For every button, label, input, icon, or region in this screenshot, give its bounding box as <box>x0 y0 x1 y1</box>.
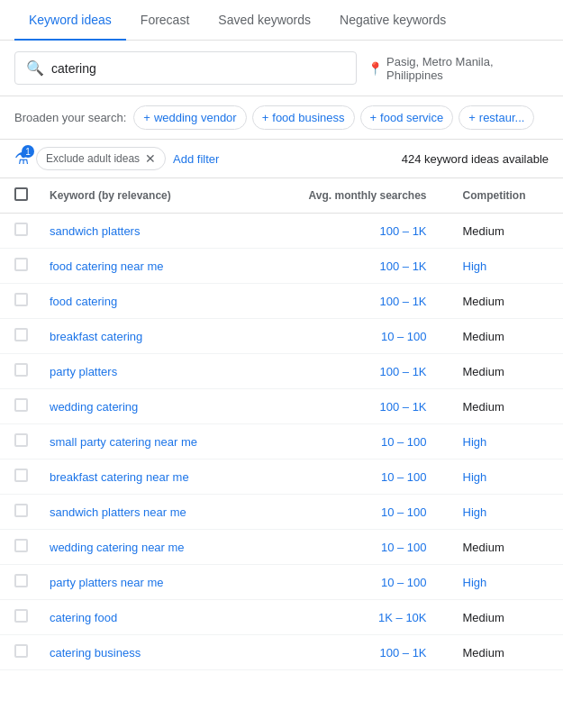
row-checkbox[interactable] <box>14 293 28 306</box>
row-competition: High <box>449 460 563 495</box>
row-checkbox-cell <box>0 249 35 284</box>
row-checkbox[interactable] <box>14 469 28 482</box>
keyword-link[interactable]: party platters near me <box>50 576 163 589</box>
keyword-link[interactable]: catering business <box>50 646 141 660</box>
keyword-link[interactable]: party platters <box>50 365 117 378</box>
tab-forecast[interactable]: Forecast <box>126 0 204 40</box>
row-keyword: food catering near me <box>35 249 256 284</box>
header-competition: Competition <box>449 178 563 214</box>
exclude-x-icon[interactable]: ✕ <box>145 151 156 166</box>
keyword-link[interactable]: sandwich platters <box>50 224 140 238</box>
row-checkbox-cell <box>0 565 35 600</box>
keyword-link[interactable]: breakfast catering <box>50 330 142 343</box>
row-checkbox[interactable] <box>14 398 28 412</box>
keyword-table: Keyword (by relevance) Avg. monthly sear… <box>0 178 563 670</box>
broaden-chips: + wedding vendor + food business + food … <box>133 105 534 130</box>
tab-saved-keywords[interactable]: Saved keywords <box>204 0 325 40</box>
row-competition: Medium <box>449 635 563 670</box>
row-checkbox-cell <box>0 635 35 670</box>
search-input-wrap[interactable]: 🔍 <box>14 51 357 85</box>
row-keyword: catering business <box>35 635 256 670</box>
row-keyword: catering food <box>35 600 256 635</box>
row-avg: 10 – 100 <box>256 530 449 565</box>
chip-wedding-vendor[interactable]: + wedding vendor <box>133 105 246 130</box>
row-checkbox[interactable] <box>14 223 28 236</box>
row-avg: 10 – 100 <box>256 460 449 495</box>
row-competition: High <box>449 424 563 460</box>
row-keyword: sandwich platters <box>35 214 256 249</box>
row-avg: 100 – 1K <box>256 354 449 389</box>
keyword-link[interactable]: food catering <box>50 295 117 308</box>
add-filter-button[interactable]: Add filter <box>173 152 219 166</box>
row-avg: 10 – 100 <box>256 319 449 354</box>
table-row: wedding catering near me 10 – 100 Medium <box>0 530 563 565</box>
row-keyword: wedding catering near me <box>35 530 256 565</box>
row-checkbox-cell <box>0 354 35 389</box>
plus-icon: + <box>468 111 476 124</box>
table-row: breakfast catering near me 10 – 100 High <box>0 460 563 495</box>
row-avg: 100 – 1K <box>256 249 449 284</box>
keyword-link[interactable]: food catering near me <box>50 259 163 273</box>
header-checkbox-col <box>0 178 35 214</box>
row-checkbox-cell <box>0 214 35 249</box>
row-checkbox-cell <box>0 460 35 495</box>
table-row: sandwich platters near me 10 – 100 High <box>0 495 563 530</box>
row-checkbox-cell <box>0 319 35 354</box>
row-keyword: food catering <box>35 284 256 319</box>
search-bar: 🔍 📍 Pasig, Metro Manila, Philippines <box>0 41 563 96</box>
row-checkbox[interactable] <box>14 504 28 517</box>
row-checkbox[interactable] <box>14 574 28 587</box>
row-checkbox[interactable] <box>14 539 28 552</box>
keyword-link[interactable]: small party catering near me <box>50 435 197 449</box>
table-row: sandwich platters 100 – 1K Medium <box>0 214 563 249</box>
row-keyword: party platters near me <box>35 565 256 600</box>
row-checkbox-cell <box>0 495 35 530</box>
row-avg: 100 – 1K <box>256 284 449 319</box>
table-row: party platters near me 10 – 100 High <box>0 565 563 600</box>
row-avg: 100 – 1K <box>256 214 449 249</box>
keyword-link[interactable]: wedding catering <box>50 400 138 414</box>
chip-food-business[interactable]: + food business <box>252 105 355 130</box>
filter-badge: 1 <box>22 145 34 158</box>
row-competition: High <box>449 565 563 600</box>
broaden-search: Broaden your search: + wedding vendor + … <box>0 96 563 140</box>
row-keyword: breakfast catering <box>35 319 256 354</box>
row-checkbox[interactable] <box>14 363 28 377</box>
filter-icon-wrap[interactable]: ⚗ 1 <box>14 149 29 168</box>
keyword-link[interactable]: sandwich platters near me <box>50 505 186 519</box>
table-row: catering food 1K – 10K Medium <box>0 600 563 635</box>
row-checkbox-cell <box>0 389 35 424</box>
row-checkbox[interactable] <box>14 328 28 341</box>
exclude-adult-chip[interactable]: Exclude adult ideas ✕ <box>36 147 166 170</box>
plus-icon: + <box>143 111 150 124</box>
row-competition: Medium <box>449 354 563 389</box>
row-checkbox[interactable] <box>14 609 28 623</box>
header-checkbox[interactable] <box>14 187 28 201</box>
search-input[interactable] <box>51 61 345 76</box>
plus-icon: + <box>262 111 269 124</box>
table-row: party platters 100 – 1K Medium <box>0 354 563 389</box>
row-checkbox[interactable] <box>14 258 28 271</box>
row-checkbox[interactable] <box>14 433 28 447</box>
tab-keyword-ideas[interactable]: Keyword ideas <box>14 0 126 40</box>
broaden-label: Broaden your search: <box>14 111 126 124</box>
row-checkbox-cell <box>0 530 35 565</box>
row-avg: 100 – 1K <box>256 635 449 670</box>
row-checkbox[interactable] <box>14 644 28 658</box>
row-keyword: small party catering near me <box>35 424 256 460</box>
table-row: small party catering near me 10 – 100 Hi… <box>0 424 563 460</box>
search-icon: 🔍 <box>26 59 44 77</box>
table-row: food catering near me 100 – 1K High <box>0 249 563 284</box>
keyword-link[interactable]: wedding catering near me <box>50 541 185 554</box>
row-avg: 10 – 100 <box>256 495 449 530</box>
keyword-link[interactable]: catering food <box>50 611 117 624</box>
keyword-link[interactable]: breakfast catering near me <box>50 470 189 484</box>
row-competition: High <box>449 495 563 530</box>
tab-negative-keywords[interactable]: Negative keywords <box>325 0 460 40</box>
chip-food-service[interactable]: + food service <box>360 105 454 130</box>
keyword-count: 424 keyword ideas available <box>402 152 549 166</box>
chip-restaur[interactable]: + restaur... <box>459 105 534 130</box>
row-keyword: breakfast catering near me <box>35 460 256 495</box>
location-pin-icon: 📍 <box>368 61 383 76</box>
row-keyword: sandwich platters near me <box>35 495 256 530</box>
